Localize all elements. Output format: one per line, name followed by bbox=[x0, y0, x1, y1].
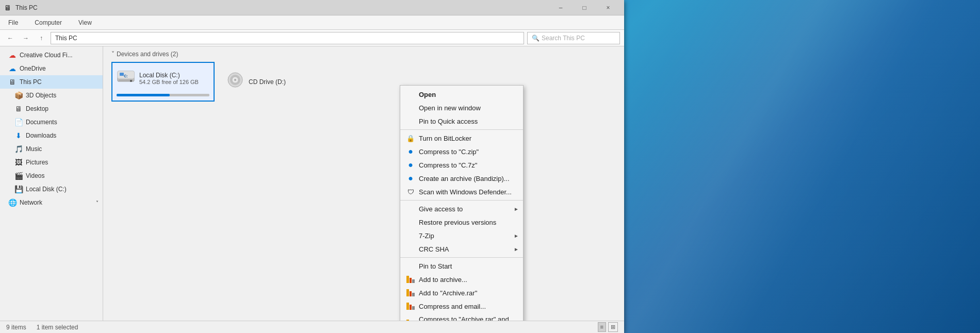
address-input[interactable]: This PC bbox=[51, 32, 524, 44]
network-icon: 🌐 bbox=[8, 198, 17, 207]
sidebar-item-videos[interactable]: 🎬 Videos bbox=[0, 169, 103, 182]
drive-local-disk-c[interactable]: C: Local Disk (C:) 54.2 GB free of 126 G… bbox=[111, 62, 215, 102]
ctx-compress-archive-email-icon bbox=[406, 319, 415, 321]
ctx-compress-7z-label: Compress to "C.7z" bbox=[419, 161, 477, 169]
ctx-compress-7z[interactable]: ● Compress to "C.7z" bbox=[400, 158, 523, 172]
local-disk-c-icon: C: bbox=[117, 67, 135, 90]
ctx-add-archive-rar[interactable]: Add to "Archive.rar" bbox=[400, 286, 523, 299]
ctx-add-archive-rar-icon bbox=[406, 289, 415, 297]
onedrive-icon: ☁ bbox=[8, 64, 17, 73]
ctx-crc-icon bbox=[406, 245, 415, 253]
ctx-compress-archive-email[interactable]: Compress to "Archive.rar" and email bbox=[400, 313, 523, 321]
sidebar-label-downloads: Downloads bbox=[26, 132, 56, 139]
ctx-compress-email-icon bbox=[406, 302, 415, 310]
ctx-bitlocker[interactable]: 🔒 Turn on BitLocker bbox=[400, 131, 523, 145]
ctx-crc-sha[interactable]: CRC SHA ► bbox=[400, 242, 523, 256]
ctx-give-access[interactable]: Give access to ► bbox=[400, 202, 523, 215]
ctx-pin-quick[interactable]: Pin to Quick access bbox=[400, 114, 523, 128]
ctx-give-access-label: Give access to bbox=[419, 205, 463, 213]
close-button[interactable]: × bbox=[596, 0, 620, 15]
search-placeholder: Search This PC bbox=[542, 35, 585, 42]
ctx-give-access-icon bbox=[406, 205, 415, 213]
sidebar-label-desktop: Desktop bbox=[26, 105, 48, 112]
drive-c-info: Local Disk (C:) 54.2 GB free of 126 GB bbox=[139, 72, 199, 85]
ctx-bandizip-icon: ● bbox=[406, 174, 415, 182]
address-bar: ← → ↑ This PC 🔍 Search This PC bbox=[0, 30, 624, 46]
up-button[interactable]: ↑ bbox=[35, 32, 47, 44]
ctx-open-new-icon bbox=[406, 104, 415, 112]
sidebar-item-this-pc[interactable]: 🖥 This PC bbox=[0, 75, 103, 89]
sidebar-label-music: Music bbox=[26, 145, 42, 153]
ribbon-tab-view[interactable]: View bbox=[74, 17, 96, 28]
ctx-7zip-icon bbox=[406, 231, 415, 240]
sidebar-item-music[interactable]: 🎵 Music bbox=[0, 142, 103, 156]
ctx-pin-start-label: Pin to Start bbox=[419, 262, 452, 270]
drive-local-disk-inner: C: Local Disk (C:) 54.2 GB free of 126 G… bbox=[117, 67, 209, 90]
ctx-restore-icon bbox=[406, 218, 415, 226]
title-bar-text: This PC bbox=[15, 4, 549, 11]
ctx-pin-start[interactable]: Pin to Start bbox=[400, 259, 523, 273]
drive-c-progress-fill bbox=[117, 94, 170, 96]
drive-c-progress-bar bbox=[117, 94, 209, 96]
ctx-compress-email[interactable]: Compress and email... bbox=[400, 299, 523, 313]
svg-point-3 bbox=[130, 80, 132, 82]
sidebar-label-network: Network bbox=[20, 199, 42, 206]
ctx-open[interactable]: Open bbox=[400, 88, 523, 101]
main-area: ☁ Creative Cloud Fi... ☁ OneDrive 🖥 This… bbox=[0, 46, 624, 321]
ctx-compress-zip[interactable]: ● Compress to "C.zip" bbox=[400, 145, 523, 158]
drive-d-info: CD Drive (D:) bbox=[249, 78, 286, 86]
ctx-add-archive-rar-label: Add to "Archive.rar" bbox=[419, 289, 477, 297]
ribbon-tab-computer[interactable]: Computer bbox=[30, 17, 66, 28]
sidebar-item-desktop[interactable]: 🖥 Desktop bbox=[0, 102, 103, 115]
ctx-add-archive-label: Add to archive... bbox=[419, 276, 467, 284]
content-area: ˅ Devices and drives (2) bbox=[103, 46, 624, 321]
selected-count: 1 item selected bbox=[37, 324, 78, 331]
ctx-defender-icon: 🛡 bbox=[406, 188, 415, 196]
sidebar-item-onedrive[interactable]: ☁ OneDrive bbox=[0, 62, 103, 75]
title-bar-icon: 🖥 bbox=[4, 4, 12, 12]
sidebar-item-documents[interactable]: 📄 Documents bbox=[0, 115, 103, 129]
ctx-zip-icon: ● bbox=[406, 147, 415, 156]
sidebar-item-network[interactable]: 🌐 Network ˅ bbox=[0, 196, 103, 209]
sidebar: ☁ Creative Cloud Fi... ☁ OneDrive 🖥 This… bbox=[0, 46, 103, 321]
search-box[interactable]: 🔍 Search This PC bbox=[527, 32, 620, 44]
sidebar-label-local-disk: Local Disk (C:) bbox=[26, 186, 67, 193]
view-details-icon[interactable]: ≡ bbox=[598, 322, 606, 332]
sidebar-label-pictures: Pictures bbox=[26, 159, 48, 166]
ctx-open-label: Open bbox=[419, 91, 436, 98]
ribbon: File Computer View bbox=[0, 15, 624, 30]
minimize-button[interactable]: – bbox=[549, 0, 573, 15]
ribbon-tab-file[interactable]: File bbox=[4, 17, 22, 28]
ctx-restore-versions[interactable]: Restore previous versions bbox=[400, 215, 523, 229]
ctx-open-new-window[interactable]: Open in new window bbox=[400, 101, 523, 114]
this-pc-icon: 🖥 bbox=[8, 78, 17, 86]
ctx-compress-archive-email-label: Compress to "Archive.rar" and email bbox=[419, 315, 515, 321]
drive-d-name: CD Drive (D:) bbox=[249, 78, 286, 86]
section-title: Devices and drives (2) bbox=[117, 51, 178, 58]
ctx-create-archive-bandizip[interactable]: ● Create an archive (Bandizip)... bbox=[400, 172, 523, 185]
sidebar-item-creative-cloud[interactable]: ☁ Creative Cloud Fi... bbox=[0, 48, 103, 62]
sidebar-item-local-disk[interactable]: 💾 Local Disk (C:) bbox=[0, 182, 103, 196]
sidebar-item-pictures[interactable]: 🖼 Pictures bbox=[0, 156, 103, 169]
ctx-scan-defender[interactable]: 🛡 Scan with Windows Defender... bbox=[400, 185, 523, 198]
sidebar-label-onedrive: OneDrive bbox=[20, 65, 46, 72]
ctx-compress-email-label: Compress and email... bbox=[419, 303, 486, 310]
sidebar-label-creative-cloud: Creative Cloud Fi... bbox=[20, 52, 73, 59]
forward-button[interactable]: → bbox=[20, 32, 32, 44]
ctx-add-archive[interactable]: Add to archive... bbox=[400, 273, 523, 286]
desktop-icon: 🖥 bbox=[14, 105, 23, 113]
music-icon: 🎵 bbox=[14, 145, 23, 153]
ctx-7zip[interactable]: 7-Zip ► bbox=[400, 229, 523, 242]
ctx-pin-quick-label: Pin to Quick access bbox=[419, 118, 478, 125]
ctx-compress-zip-label: Compress to "C.zip" bbox=[419, 148, 479, 156]
ctx-pin-start-icon bbox=[406, 262, 415, 270]
3d-objects-icon: 📦 bbox=[14, 91, 23, 99]
back-button[interactable]: ← bbox=[4, 32, 17, 44]
title-bar: 🖥 This PC – □ × bbox=[0, 0, 624, 15]
view-tiles-icon[interactable]: ⊞ bbox=[608, 322, 618, 332]
drives-grid: C: Local Disk (C:) 54.2 GB free of 126 G… bbox=[111, 62, 616, 102]
sidebar-item-downloads[interactable]: ⬇ Downloads bbox=[0, 129, 103, 142]
drive-cd-d[interactable]: CD Drive (D:) bbox=[221, 62, 324, 102]
maximize-button[interactable]: □ bbox=[573, 0, 596, 15]
sidebar-item-3d-objects[interactable]: 📦 3D Objects bbox=[0, 89, 103, 102]
